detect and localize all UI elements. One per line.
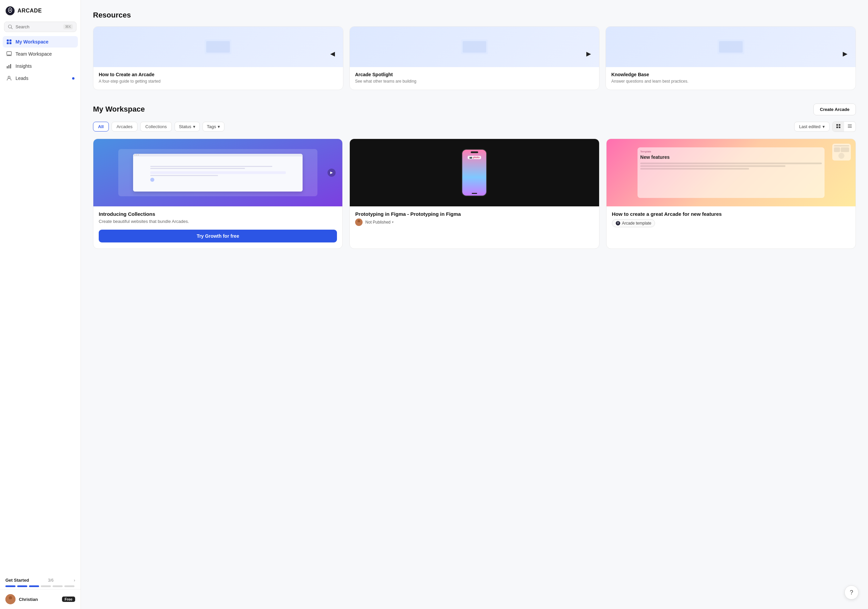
leads-notification-badge [72,77,74,79]
arcade-card-features[interactable]: Template New features [606,138,856,249]
resource-card-knowledge[interactable]: ▸ Knowledge Base Answer questions and le… [606,26,856,90]
svg-point-32 [358,220,360,222]
create-arcade-button[interactable]: Create Arcade [814,104,856,115]
chevron-right-icon[interactable]: › [74,578,75,583]
search-label: Search [16,24,60,30]
resource-thumb-create: ◂ [93,26,343,67]
avatar[interactable] [5,594,16,604]
resource-card-title-create: How to Create an Arcade [99,72,338,77]
resource-thumb-svg-spotlight [457,37,491,57]
svg-rect-7 [7,42,9,44]
filter-right-group: Last edited ▾ [794,121,856,132]
list-view-button[interactable] [844,122,856,132]
status-filter-label: Status [179,124,191,129]
progress-dot-4 [41,586,51,587]
arcade-card-figma[interactable]: 📷 photo Prototyping in Figma - Prototypi… [349,138,599,249]
mockup-dot-1 [135,154,135,155]
mockup-header-bar [133,154,302,157]
svg-rect-5 [7,39,9,42]
help-button[interactable]: ? [845,586,859,600]
arcade-card-thumb-features: Template New features [606,139,856,207]
progress-dot-2 [17,586,27,587]
collections-mockup-inner [133,154,302,191]
filter-tab-arcades[interactable]: Arcades [112,122,138,132]
arcade-owner-avatar [355,219,363,226]
resource-card-title-spotlight: Arcade Spotlight [355,72,594,77]
workspace-title: My Workspace [93,105,145,113]
chevron-down-icon-status: ▾ [193,124,195,129]
list-view-icon [848,124,852,129]
svg-rect-30 [848,127,852,128]
sidebar-item-leads[interactable]: Leads [3,73,78,84]
avatar-image [5,594,16,604]
svg-rect-23 [719,41,742,53]
resource-card-create[interactable]: ◂ How to Create an Arcade A four-step gu… [93,26,343,90]
chart-icon [6,63,12,69]
tags-filter-dropdown[interactable]: Tags ▾ [203,122,225,132]
feat-row-1 [640,163,822,164]
users-icon [6,51,12,57]
features-mockup-preview [832,144,851,160]
filter-tab-all[interactable]: All [93,122,109,132]
svg-rect-26 [836,126,838,128]
mockup-content-area [133,157,302,191]
sidebar-footer: Christian Free [0,589,81,609]
resource-thumb-knowledge: ▸ [606,26,856,67]
sidebar-item-insights[interactable]: Insights [3,61,78,72]
arcade-card-collections[interactable]: ▶ Introducing Collections Create beautif… [93,138,343,249]
sidebar-item-label-team-workspace: Team Workspace [16,51,52,57]
svg-point-15 [8,76,10,78]
progress-dot-6 [64,586,74,587]
svg-line-4 [11,28,12,29]
cursor-icon-spotlight: ▸ [586,48,591,59]
filter-tab-collections[interactable]: Collections [140,122,172,132]
not-published-status[interactable]: Not Published ▾ [365,220,394,225]
grid-icon [6,39,12,45]
cursor-icon-create: ◂ [330,48,335,59]
phone-mockup: 📷 photo [462,149,487,196]
arcades-grid: ▶ Introducing Collections Create beautif… [93,138,856,249]
collections-mockup [118,149,318,196]
logo[interactable]: ARCADE [0,0,81,20]
svg-rect-19 [206,41,230,53]
mockup-dot-2 [136,154,137,155]
svg-point-35 [618,222,618,223]
arcade-card-body-collections: Introducing Collections Create beautiful… [93,207,343,249]
svg-rect-14 [10,64,11,68]
arcade-card-meta-figma: Not Published ▾ [355,219,594,226]
chevron-down-icon-tags: ▾ [218,124,220,129]
sort-dropdown[interactable]: Last edited ▾ [794,122,829,132]
progress-dot-1 [5,586,16,587]
status-filter-dropdown[interactable]: Status ▾ [175,122,200,132]
resources-grid: ◂ How to Create an Arcade A four-step gu… [93,26,856,90]
resource-card-desc-knowledge: Answer questions and learn best practice… [611,79,850,84]
phone-notch [471,151,478,153]
progress-dots [5,586,75,587]
sidebar-item-my-workspace[interactable]: My Workspace [3,36,78,48]
svg-rect-21 [463,41,486,53]
resource-card-desc-spotlight: See what other teams are building [355,79,594,84]
try-growth-button[interactable]: Try Growth for free [99,230,337,242]
features-mockup-title: New features [640,154,822,160]
main-content: Resources ◂ How to Create an Arcade A fo… [81,0,868,609]
logo-text: ARCADE [17,8,42,14]
arcade-card-thumb-collections: ▶ [93,139,343,207]
resource-card-spotlight[interactable]: ▸ Arcade Spotlight See what other teams … [349,26,600,90]
get-started-label: Get Started [5,578,29,583]
grid-view-button[interactable] [832,122,844,132]
search-shortcut: ⌘K [64,24,73,30]
resource-thumb-svg-knowledge [714,37,748,57]
arcade-badge-icon [615,221,620,225]
photo-label: 📷 photo [468,156,481,159]
resource-card-body-spotlight: Arcade Spotlight See what other teams ar… [350,67,600,90]
play-button-collections[interactable]: ▶ [327,169,336,177]
filters-bar: All Arcades Collections Status ▾ Tags ▾ … [93,121,856,132]
search-bar[interactable]: Search ⌘K [4,22,76,32]
sidebar-item-team-workspace[interactable]: Team Workspace [3,48,78,60]
feat-row-3 [640,168,749,169]
resource-card-body-knowledge: Knowledge Base Answer questions and lear… [606,67,856,90]
resource-card-desc-create: A four-step guide to getting started [99,79,338,84]
arcade-card-body-features: How to create a great Arcade for new fea… [606,207,856,233]
resource-card-title-knowledge: Knowledge Base [611,72,850,77]
arcade-card-body-figma: Prototyping in Figma - Prototyping in Fi… [350,207,599,232]
